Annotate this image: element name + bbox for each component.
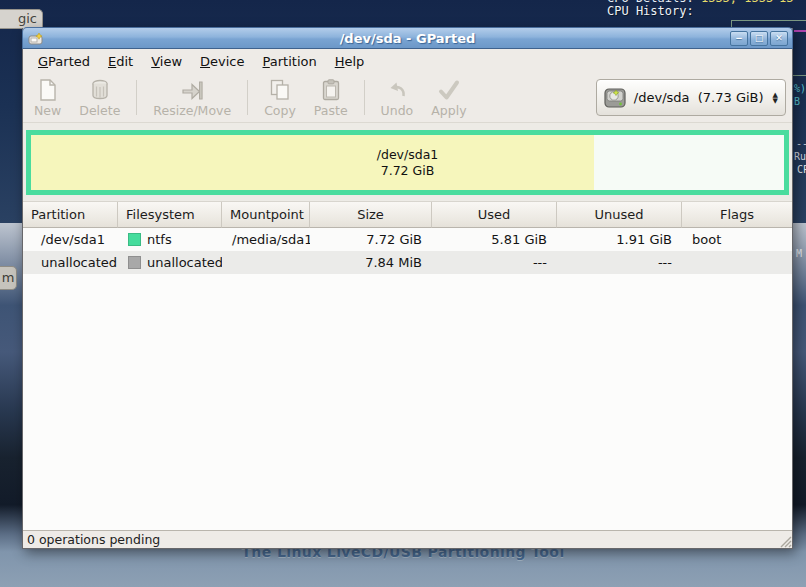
new-button[interactable]: New: [25, 75, 70, 120]
cell-mountpoint: /media/sda1: [222, 228, 310, 251]
cell-unused: ---: [557, 251, 682, 274]
table-empty-area: [23, 274, 792, 530]
column-header-filesystem[interactable]: Filesystem: [118, 202, 222, 228]
gparted-window: /dev/sda - GParted − □ ✕ GParted Edit Vi…: [22, 28, 793, 549]
minimize-button[interactable]: −: [730, 31, 748, 46]
column-header-unused[interactable]: Unused: [557, 202, 682, 228]
delete-icon: [88, 78, 112, 102]
cpu-history-label: CPU History:: [607, 4, 694, 18]
operations-pending-text: 0 operations pending: [27, 532, 160, 547]
menu-help[interactable]: Help: [326, 51, 374, 72]
edge-text-fragment: CP: [797, 164, 806, 175]
resize-grip[interactable]: [777, 533, 792, 548]
copy-icon: [268, 78, 292, 102]
menu-partition[interactable]: Partition: [254, 51, 326, 72]
maximize-button[interactable]: □: [750, 31, 768, 46]
cell-unused: 1.91 GiB: [557, 228, 682, 251]
close-button[interactable]: ✕: [770, 31, 788, 46]
desktop: { "colors": { "titlebar_blue": "#7aa4d2"…: [0, 0, 806, 587]
partition-block-size: 7.72 GiB: [31, 163, 784, 179]
hard-drive-icon: [603, 86, 627, 110]
statusbar: 0 operations pending: [23, 530, 792, 548]
cell-used: 5.81 GiB: [432, 228, 557, 251]
background-side-tab[interactable]: m: [0, 266, 17, 290]
menubar: GParted Edit View Device Partition Help: [23, 49, 792, 73]
paste-button[interactable]: Paste: [305, 75, 357, 120]
edge-text-fragment: M: [796, 248, 802, 259]
graph-line-fragment: [794, 30, 806, 32]
apply-button[interactable]: Apply: [422, 75, 475, 120]
column-header-size[interactable]: Size: [310, 202, 432, 228]
cpu-corner-fragment: 13: [779, 0, 793, 5]
column-header-flags[interactable]: Flags: [682, 202, 792, 228]
table-row-unallocated[interactable]: unallocated unallocated 7.84 MiB --- ---: [23, 251, 792, 274]
resize-move-icon: [180, 78, 204, 102]
partition-block-label: /dev/sda1 7.72 GiB: [31, 147, 784, 179]
toolbar-separator: [364, 80, 365, 115]
partition-block-device: /dev/sda1: [31, 147, 784, 163]
undo-icon: [385, 78, 409, 102]
cell-size: 7.84 MiB: [310, 251, 432, 274]
cpu-details-values: 1333, 1333: [694, 0, 773, 5]
delete-button[interactable]: Delete: [70, 75, 129, 120]
spinner-arrows-icon: ▲▼: [771, 92, 778, 104]
partition-sda1-block[interactable]: /dev/sda1 7.72 GiB: [26, 130, 789, 195]
cell-filesystem: ntfs: [118, 228, 222, 251]
partition-table-header: Partition Filesystem Mountpoint Size Use…: [23, 202, 792, 228]
column-header-mountpoint[interactable]: Mountpoint: [222, 202, 310, 228]
window-title: /dev/sda - GParted: [23, 28, 792, 49]
resize-move-button[interactable]: Resize/Move: [144, 75, 240, 120]
copy-button[interactable]: Copy: [255, 75, 305, 120]
device-selector-value: /dev/sda (7.73 GiB): [634, 90, 764, 105]
column-header-partition[interactable]: Partition: [23, 202, 118, 228]
cell-filesystem: unallocated: [118, 251, 222, 274]
cell-used: ---: [432, 251, 557, 274]
cell-mountpoint: [222, 251, 310, 274]
menu-gparted[interactable]: GParted: [29, 51, 99, 72]
undo-button[interactable]: Undo: [372, 75, 423, 120]
edge-text-fragment: %): [794, 83, 806, 94]
cell-flags: boot: [682, 228, 792, 251]
column-header-used[interactable]: Used: [432, 202, 557, 228]
cell-partition: unallocated: [23, 251, 118, 274]
toolbar-separator: [136, 80, 137, 115]
table-row-sda1[interactable]: /dev/sda1 ntfs /media/sda1 7.72 GiB 5.81…: [23, 228, 792, 251]
toolbar-separator: [247, 80, 248, 115]
edge-text-fragment: --: [796, 138, 806, 149]
ntfs-color-swatch: [128, 233, 141, 246]
cell-partition: /dev/sda1: [23, 228, 118, 251]
apply-checkmark-icon: [436, 78, 462, 102]
edge-text-fragment: B: [794, 96, 800, 107]
unallocated-color-swatch: [128, 256, 141, 269]
cell-flags: [682, 251, 792, 274]
partition-visual-panel: /dev/sda1 7.72 GiB: [23, 123, 792, 202]
toolbar: New Delete Resize/Move Copy: [23, 73, 792, 123]
menu-edit[interactable]: Edit: [99, 51, 142, 72]
cell-size: 7.72 GiB: [310, 228, 432, 251]
device-selector[interactable]: /dev/sda (7.73 GiB) ▲▼: [596, 79, 786, 116]
new-document-icon: [37, 78, 59, 102]
menu-view[interactable]: View: [142, 51, 191, 72]
window-titlebar[interactable]: /dev/sda - GParted − □ ✕: [22, 27, 793, 49]
edge-text-fragment: Run: [794, 151, 806, 162]
background-window-tab-magic[interactable]: gic: [0, 9, 43, 29]
paste-icon: [319, 78, 343, 102]
menu-device[interactable]: Device: [191, 51, 253, 72]
